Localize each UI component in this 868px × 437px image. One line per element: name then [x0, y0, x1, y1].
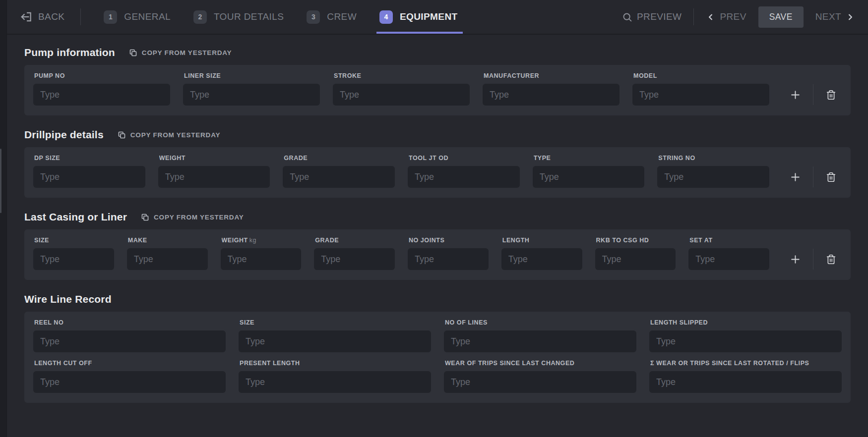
chevron-right-icon: [846, 12, 855, 22]
field-rkb-to-csg-hd: RKB TO CSG HD: [595, 237, 676, 270]
preview-button[interactable]: PREVIEW: [622, 11, 682, 22]
plus-icon: [789, 89, 802, 101]
topbar-divider: [693, 8, 694, 25]
copy-label: COPY FROM YESTERDAY: [154, 214, 244, 221]
field-wear-of-trips-since-last-changed: WEAR OF TRIPS SINCE LAST CHANGED: [444, 360, 636, 393]
copy-from-yesterday-button[interactable]: COPY FROM YESTERDAY: [129, 49, 232, 57]
add-row-button[interactable]: [786, 166, 804, 188]
tab-crew-badge: 3: [307, 10, 320, 24]
pump-row-actions: [784, 84, 842, 106]
set-at-input[interactable]: [688, 248, 769, 270]
field-label: LENGTH: [502, 237, 530, 244]
field-manufacturer: MANUFACTURER: [483, 72, 620, 106]
copy-icon: [141, 213, 149, 221]
unit-kg: kg: [249, 237, 256, 244]
dp-size-input[interactable]: [33, 166, 145, 188]
tab-crew[interactable]: 3 CREW: [307, 0, 357, 34]
add-row-button[interactable]: [786, 84, 804, 106]
field-tool-jt-od: TOOL JT OD: [408, 155, 520, 188]
casing-grade-input[interactable]: [314, 248, 395, 270]
field-label: MAKE: [128, 237, 147, 244]
next-button[interactable]: NEXT: [815, 11, 855, 22]
plus-icon: [789, 253, 802, 266]
tab-general-label: GENERAL: [124, 11, 171, 22]
divider: [813, 166, 813, 187]
casing-length-input[interactable]: [501, 248, 582, 270]
section-header-drillpipe-details: Drillpipe details COPY FROM YESTERDAY: [24, 129, 851, 141]
back-button[interactable]: BACK: [20, 10, 64, 23]
casing-size-input[interactable]: [33, 248, 114, 270]
dp-type-input[interactable]: [533, 166, 645, 188]
equipment-form: Pump information COPY FROM YESTERDAY PUM…: [7, 35, 868, 403]
field-label: DP SIZE: [34, 155, 60, 162]
reel-no-input[interactable]: [33, 330, 226, 352]
present-length-input[interactable]: [239, 371, 431, 393]
prev-button[interactable]: PREV: [706, 11, 746, 22]
field-label: MANUFACTURER: [484, 72, 539, 79]
length-slipped-input[interactable]: [649, 330, 842, 352]
wear-of-trips-input[interactable]: [444, 371, 636, 393]
divider: [813, 249, 813, 270]
field-liner-size: LINER SIZE: [183, 72, 320, 106]
field-length-cut-off: LENGTH CUT OFF: [33, 360, 226, 393]
drillpipe-details-card: DP SIZE WEIGHT GRADE TOOL JT OD TYPE: [24, 147, 851, 198]
delete-row-button[interactable]: [822, 248, 840, 270]
delete-row-button[interactable]: [822, 84, 840, 106]
field-label: NO OF LINES: [445, 319, 488, 326]
add-row-button[interactable]: [786, 248, 804, 270]
copy-icon: [118, 131, 126, 139]
save-button[interactable]: SAVE: [758, 6, 804, 28]
field-dp-weight: WEIGHT: [158, 155, 270, 188]
rkb-to-csg-hd-input[interactable]: [595, 248, 676, 270]
liner-size-input[interactable]: [183, 84, 320, 106]
manufacturer-input[interactable]: [483, 84, 620, 106]
field-label: SIZE: [240, 319, 254, 326]
tab-tour-details-label: TOUR DETAILS: [214, 11, 284, 22]
field-label: TYPE: [534, 155, 551, 162]
tab-crew-label: CREW: [327, 11, 357, 22]
tab-tour-details[interactable]: 2 TOUR DETAILS: [193, 0, 284, 34]
stroke-input[interactable]: [333, 84, 470, 106]
tool-jt-od-input[interactable]: [408, 166, 520, 188]
no-joints-input[interactable]: [408, 248, 489, 270]
trash-icon: [826, 172, 836, 182]
length-cut-off-input[interactable]: [33, 371, 226, 393]
tab-equipment[interactable]: 4 EQUIPMENT: [379, 0, 458, 34]
copy-from-yesterday-button[interactable]: COPY FROM YESTERDAY: [141, 213, 244, 221]
copy-label: COPY FROM YESTERDAY: [130, 131, 221, 139]
copy-from-yesterday-button[interactable]: COPY FROM YESTERDAY: [118, 131, 221, 139]
scrollbar-thumb[interactable]: [0, 149, 1, 213]
chevron-left-icon: [706, 12, 715, 22]
back-label: BACK: [38, 11, 64, 22]
delete-row-button[interactable]: [822, 166, 840, 188]
field-label: PRESENT LENGTH: [240, 360, 300, 367]
sum-wear-or-trips-input[interactable]: [649, 371, 842, 393]
field-label: LINER SIZE: [184, 72, 221, 79]
copy-label: COPY FROM YESTERDAY: [142, 49, 232, 56]
string-no-input[interactable]: [657, 166, 769, 188]
field-dp-grade: GRADE: [283, 155, 395, 188]
pump-no-input[interactable]: [33, 84, 170, 106]
trash-icon: [826, 254, 836, 265]
field-length-slipped: LENGTH SLIPPED: [649, 319, 842, 352]
section-title-drillpipe-details: Drillpipe details: [24, 129, 104, 141]
field-reel-no: REEL NO: [33, 319, 226, 352]
no-of-lines-input[interactable]: [444, 330, 636, 352]
field-label: REEL NO: [34, 319, 63, 326]
dp-weight-input[interactable]: [158, 166, 270, 188]
last-casing-or-liner-card: SIZE MAKE WEIGHTkg GRADE NO JOINTS: [24, 229, 851, 280]
wire-size-input[interactable]: [239, 330, 431, 352]
model-input[interactable]: [632, 84, 769, 106]
tab-general[interactable]: 1 GENERAL: [104, 0, 171, 34]
field-set-at: SET AT: [688, 237, 769, 270]
next-label: NEXT: [815, 11, 841, 22]
casing-make-input[interactable]: [127, 248, 208, 270]
field-label: SIZE: [34, 237, 49, 244]
pump-information-card: PUMP NO LINER SIZE STROKE MANUFACTURER M…: [24, 65, 851, 115]
field-label: SET AT: [689, 237, 712, 244]
dp-grade-input[interactable]: [283, 166, 395, 188]
field-wire-size: SIZE: [239, 319, 431, 352]
field-string-no: STRING NO: [657, 155, 769, 188]
field-label: GRADE: [315, 237, 339, 244]
casing-weight-input[interactable]: [221, 248, 302, 270]
